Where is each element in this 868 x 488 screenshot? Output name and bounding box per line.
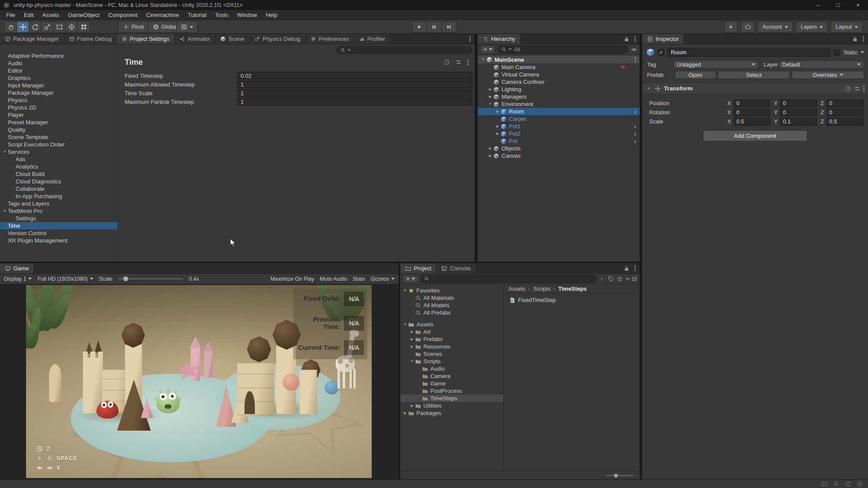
menu-help[interactable]: Help [261, 10, 282, 20]
icon-size-slider[interactable] [606, 475, 634, 476]
tab-project-settings[interactable]: Project Settings [117, 34, 175, 44]
settings-category-version-control[interactable]: Version Control [0, 229, 118, 237]
project-item-resources[interactable]: ▶Resources [400, 343, 503, 350]
project-item-art[interactable]: ▶Art [400, 328, 503, 335]
settings-category-analytics[interactable]: Analytics [0, 163, 118, 170]
project-item-timesteps[interactable]: TimeSteps [400, 395, 503, 402]
status-bell-icon[interactable] [833, 481, 839, 487]
scale-slider[interactable] [118, 278, 183, 279]
rotation-z-field[interactable]: 0 [826, 109, 864, 116]
panel-menu-icon[interactable] [469, 38, 471, 40]
hidden-packages-count[interactable]: 15 [625, 276, 637, 282]
gameobject-name-field[interactable]: Room [667, 48, 831, 57]
project-item-all-models[interactable]: All Models [400, 302, 503, 309]
hierarchy-item-canvas[interactable]: ▶Canvas [478, 152, 640, 159]
component-menu-icon[interactable] [863, 88, 865, 89]
project-item-audio[interactable]: Audio [400, 365, 503, 372]
prefab-open-chevron[interactable]: › [634, 138, 636, 144]
tab-preferences[interactable]: Preferences [306, 34, 354, 44]
minimize-button[interactable]: – [808, 0, 828, 10]
foldout-open-icon[interactable]: ▼ [2, 150, 8, 154]
hierarchy-item-pot1[interactable]: ▶Pot1› [478, 123, 640, 130]
settings-category-editor[interactable]: Editor [0, 67, 118, 74]
prefab-open-button[interactable]: Open [675, 71, 716, 79]
status-progress-icon[interactable] [856, 481, 863, 487]
settings-category-services[interactable]: ▼Services [0, 148, 118, 156]
lock-icon[interactable] [624, 36, 630, 42]
foldout-open-icon[interactable]: ▼ [2, 209, 8, 213]
tab-physics-debug[interactable]: Physics Debug [250, 34, 306, 44]
prefab-open-chevron[interactable]: › [634, 123, 636, 129]
settings-category-scene-template[interactable]: Scene Template [0, 133, 118, 141]
grid-snapping-button[interactable] [176, 21, 198, 33]
foldout-closed-icon[interactable]: ▶ [495, 125, 501, 128]
pause-button[interactable] [426, 21, 442, 33]
project-item-utilities[interactable]: ▶Utilities [400, 402, 503, 409]
settings-category-physics[interactable]: Physics [0, 96, 118, 104]
create-object-button[interactable] [480, 46, 495, 53]
play-button[interactable] [412, 21, 427, 33]
undo-history-button[interactable] [724, 21, 738, 33]
tab-hierarchy[interactable]: Hierarchy [478, 34, 521, 44]
breadcrumb-timesteps[interactable]: TimeSteps [558, 285, 587, 292]
inspector-menu-icon[interactable] [863, 38, 864, 40]
hierarchy-scene-mainscene[interactable]: ▼MainScene [478, 56, 640, 63]
settings-category-script-execution-order[interactable]: Script Execution Order [0, 141, 118, 148]
menu-edit[interactable]: Edit [20, 10, 38, 20]
settings-category-ads[interactable]: Ads [0, 156, 118, 163]
hierarchy-item-environment[interactable]: ▼Environment [478, 100, 640, 108]
layer-dropdown[interactable]: Default [779, 60, 864, 69]
position-z-field[interactable]: 0 [826, 100, 864, 107]
maximize-on-play-toggle[interactable]: Maximize On Play [271, 276, 314, 282]
add-component-button[interactable]: Add Component [703, 130, 807, 141]
foldout-closed-icon[interactable]: ▶ [495, 132, 501, 136]
asset-fixedtimestep[interactable]: # FixedTimeStep [504, 294, 640, 303]
tab-animator[interactable]: Animator [175, 34, 215, 44]
hierarchy-eye-icon[interactable] [631, 46, 637, 53]
menu-cinemachine[interactable]: Cinemachine [142, 10, 184, 20]
project-item-favorites[interactable]: ▼Favorites [400, 287, 503, 294]
hierarchy-item-virtual-camera[interactable]: Virtual Camera [478, 71, 640, 78]
settings-category-physics-2d[interactable]: Physics 2D [0, 104, 118, 111]
foldout-closed-icon[interactable]: ▶ [409, 338, 415, 341]
foldout-closed-icon[interactable]: ▶ [495, 110, 501, 113]
settings-category-audio[interactable]: Audio [0, 60, 118, 67]
status-refresh-icon[interactable] [845, 481, 851, 487]
foldout-open-icon[interactable]: ▼ [409, 360, 415, 363]
settings-category-adaptive-performance[interactable]: Adaptive Performance [0, 52, 118, 60]
prefab-open-chevron[interactable]: › [634, 131, 636, 137]
stats-toggle[interactable]: Stats [353, 276, 365, 282]
prefab-overrides-dropdown[interactable]: Overrides [792, 71, 864, 79]
move-tool-button[interactable] [17, 21, 29, 33]
position-y-field[interactable]: 0 [780, 100, 817, 107]
static-checkbox[interactable] [834, 49, 840, 56]
fixed-timestep-field[interactable]: 0.02 [237, 72, 472, 80]
maximize-button[interactable]: □ [828, 0, 848, 10]
aspect-dropdown[interactable]: Full HD (1920x1080) [37, 276, 93, 282]
settings-category-cloud-build[interactable]: Cloud Build [0, 170, 118, 178]
hierarchy-menu-icon[interactable] [634, 38, 636, 40]
camera-overlay-icon[interactable] [620, 64, 626, 70]
rotate-tool-button[interactable] [29, 21, 41, 33]
tab-inspector[interactable]: Inspector [642, 34, 684, 44]
prefab-select-button[interactable]: Select [718, 71, 790, 79]
static-dropdown-caret[interactable] [861, 51, 864, 53]
scale-y-field[interactable]: 0.1 [780, 118, 817, 126]
search-by-label-icon[interactable] [608, 276, 614, 282]
tab-project[interactable]: Project [400, 263, 436, 273]
hierarchy-item-carpet[interactable]: Carpet [478, 115, 640, 123]
tab-profiler[interactable]: Profiler [354, 34, 390, 44]
settings-category-time[interactable]: Time [0, 222, 118, 229]
foldout-open-icon[interactable]: ▼ [402, 289, 408, 292]
project-item-scripts[interactable]: ▼Scripts [400, 358, 503, 365]
foldout-closed-icon[interactable]: ▶ [409, 330, 415, 334]
scale-x-field[interactable]: 0.5 [733, 118, 771, 126]
scale-tool-button[interactable] [41, 21, 53, 33]
tab-console[interactable]: Console [436, 263, 476, 273]
active-checkbox[interactable]: ✓ [658, 49, 664, 56]
create-asset-button[interactable] [403, 275, 418, 283]
foldout-closed-icon[interactable]: ▶ [402, 412, 408, 415]
settings-category-quality[interactable]: Quality [0, 126, 118, 133]
rotation-x-field[interactable]: 0 [733, 109, 771, 116]
settings-category-graphics[interactable]: Graphics [0, 74, 118, 82]
